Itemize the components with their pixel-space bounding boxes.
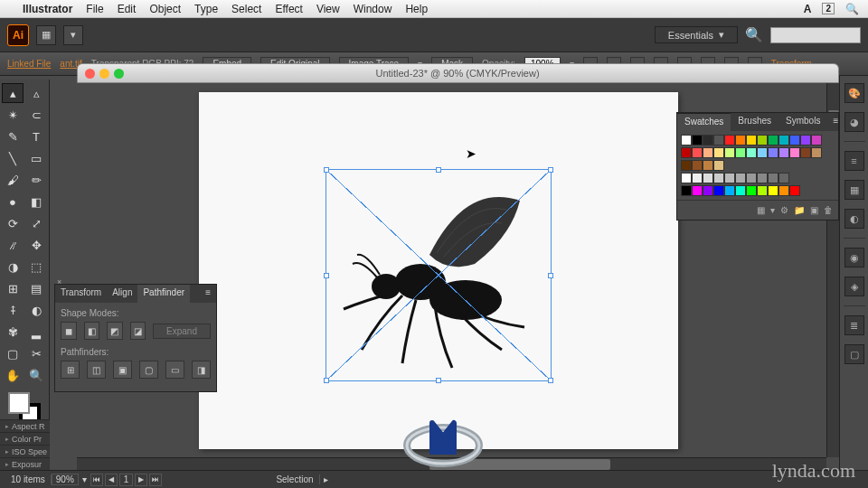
- last-artboard-button[interactable]: ⏭: [149, 474, 162, 486]
- gradient-panel-icon[interactable]: ▦: [844, 180, 864, 200]
- graphic-styles-icon[interactable]: ◈: [844, 277, 864, 296]
- swatch[interactable]: [713, 173, 724, 183]
- swatch[interactable]: [768, 135, 778, 145]
- graph-tool[interactable]: ▂: [25, 322, 47, 342]
- swatch[interactable]: [681, 173, 692, 183]
- menu-effect[interactable]: Effect: [275, 3, 302, 15]
- new-group-icon[interactable]: 📁: [794, 205, 805, 215]
- menu-file[interactable]: File: [86, 3, 103, 15]
- swatch-kind-icon[interactable]: ▾: [770, 205, 775, 215]
- expand-button[interactable]: Expand: [153, 324, 211, 339]
- artboard-number[interactable]: 1: [119, 474, 134, 486]
- prev-artboard-button[interactable]: ◀: [105, 474, 118, 486]
- blend-tool[interactable]: ◐: [25, 300, 47, 320]
- shape-builder-tool[interactable]: ◑: [2, 257, 24, 277]
- hand-tool[interactable]: ✋: [2, 365, 24, 385]
- swatch[interactable]: [724, 135, 735, 145]
- handle-mr[interactable]: [548, 273, 553, 278]
- free-transform-tool[interactable]: ✥: [25, 235, 47, 255]
- eraser-tool[interactable]: ◧: [25, 192, 47, 211]
- swatch[interactable]: [713, 135, 724, 145]
- menu-select[interactable]: Select: [231, 3, 261, 15]
- handle-bl[interactable]: [324, 378, 329, 383]
- zoom-field[interactable]: 90%: [52, 474, 79, 485]
- swatch[interactable]: [703, 147, 713, 158]
- new-swatch-icon[interactable]: ▣: [810, 205, 818, 215]
- swatch[interactable]: [703, 135, 713, 145]
- bridge-button[interactable]: ▦: [36, 25, 56, 45]
- fill-color[interactable]: [8, 392, 30, 414]
- swatch[interactable]: [735, 135, 746, 145]
- pathfinder-close-icon[interactable]: ×: [57, 277, 61, 286]
- swatch[interactable]: [735, 173, 746, 183]
- handle-br[interactable]: [548, 378, 553, 383]
- unite-button[interactable]: ◼: [61, 322, 77, 340]
- trim-button[interactable]: ◫: [87, 361, 106, 379]
- outline-button[interactable]: ▭: [165, 361, 184, 379]
- rotate-tool[interactable]: ⟳: [2, 213, 24, 233]
- gradient-tool[interactable]: ▤: [25, 278, 47, 298]
- intersect-button[interactable]: ◩: [107, 322, 123, 340]
- swatch[interactable]: [692, 173, 703, 183]
- zoom-dropdown[interactable]: ▾: [79, 474, 90, 484]
- handle-tl[interactable]: [324, 167, 329, 173]
- exclude-button[interactable]: ◪: [130, 322, 146, 340]
- menu-help[interactable]: Help: [405, 3, 428, 15]
- swatch[interactable]: [757, 185, 768, 196]
- blob-brush-tool[interactable]: ●: [2, 192, 24, 211]
- swatch[interactable]: [811, 135, 822, 145]
- swatch[interactable]: [724, 185, 735, 196]
- symbol-sprayer-tool[interactable]: ✾: [2, 322, 24, 342]
- pen-tool[interactable]: ✎: [2, 127, 24, 146]
- pathfinder-menu-icon[interactable]: ≡: [200, 285, 216, 303]
- swatch[interactable]: [713, 185, 724, 196]
- tab-brushes[interactable]: Brushes: [731, 113, 778, 131]
- swatch[interactable]: [768, 185, 778, 196]
- swatch[interactable]: [789, 135, 800, 145]
- transparency-panel-icon[interactable]: ◐: [844, 209, 864, 229]
- swatch-options-icon[interactable]: ⚙: [780, 205, 788, 215]
- swatch[interactable]: [800, 135, 811, 145]
- magic-wand-tool[interactable]: ✴: [2, 105, 24, 125]
- swatch[interactable]: [724, 173, 735, 183]
- color-guide-icon[interactable]: ◕: [844, 112, 864, 132]
- swatch[interactable]: [768, 173, 778, 183]
- swatch[interactable]: [800, 147, 811, 158]
- swatch[interactable]: [746, 185, 757, 196]
- swatch[interactable]: [778, 185, 789, 196]
- close-icon[interactable]: [85, 69, 95, 79]
- perspective-tool[interactable]: ⬚: [25, 257, 47, 277]
- swatch[interactable]: [703, 160, 713, 171]
- swatch[interactable]: [713, 160, 724, 171]
- swatch[interactable]: [746, 147, 757, 158]
- swatch[interactable]: [724, 147, 735, 158]
- selection-bounding-box[interactable]: [326, 169, 552, 381]
- swatch[interactable]: [811, 147, 822, 158]
- spotlight-icon[interactable]: 🔍: [845, 3, 859, 15]
- linked-file-label[interactable]: Linked File: [7, 59, 51, 69]
- notifications-badge[interactable]: 2: [822, 3, 835, 14]
- status-dropdown[interactable]: ▸: [320, 474, 332, 484]
- search-input[interactable]: [770, 27, 861, 43]
- tab-pathfinder[interactable]: Pathfinder: [137, 285, 190, 303]
- swatch[interactable]: [778, 147, 789, 158]
- minus-front-button[interactable]: ◧: [84, 322, 100, 340]
- pencil-tool[interactable]: ✏: [25, 170, 47, 190]
- swatch[interactable]: [778, 173, 789, 183]
- appearance-panel-icon[interactable]: ◉: [844, 248, 864, 267]
- swatch[interactable]: [681, 147, 692, 158]
- eyedropper-tool[interactable]: ⤉: [2, 300, 24, 320]
- swatch[interactable]: [681, 160, 692, 171]
- app-name[interactable]: Illustrator: [23, 3, 72, 15]
- menu-type[interactable]: Type: [194, 3, 218, 15]
- layers-panel-icon[interactable]: ≣: [844, 315, 864, 335]
- workspace-switcher[interactable]: Essentials▾: [655, 26, 738, 43]
- menu-window[interactable]: Window: [354, 3, 392, 15]
- arrange-docs-button[interactable]: ▾: [63, 25, 83, 45]
- type-tool[interactable]: T: [25, 127, 47, 146]
- mesh-tool[interactable]: ⊞: [2, 278, 24, 298]
- swatch[interactable]: [713, 147, 724, 158]
- zoom-tool[interactable]: 🔍: [25, 365, 47, 385]
- swatch[interactable]: [703, 185, 713, 196]
- swatch[interactable]: [681, 135, 692, 145]
